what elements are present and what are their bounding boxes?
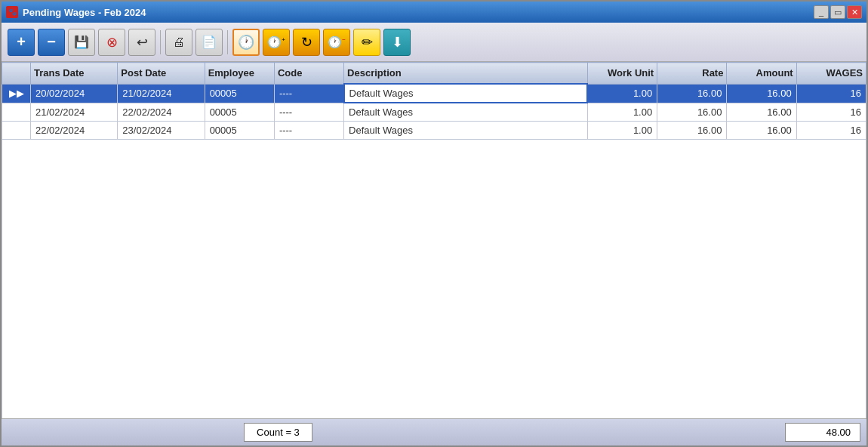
cell-amount: 16.00 [727,122,796,140]
plus-icon: + [17,33,26,51]
data-table: Trans Date Post Date Employee Code Descr… [2,62,866,140]
download-icon: ⬇ [392,34,403,51]
refresh-button[interactable]: ↻ [293,29,320,56]
cell-employee: 00005 [205,84,274,103]
clock-add-button[interactable]: 🕐+ [263,29,290,56]
cell-code: ---- [274,103,343,122]
edit-button[interactable]: ✏ [353,29,380,56]
cell-description: Default Wages [344,122,588,140]
download-button[interactable]: ⬇ [383,29,411,56]
col-header-indicator [2,63,31,85]
cell-wages: 16 [796,122,866,140]
main-area: Trans Date Post Date Employee Code Descr… [2,62,866,418]
maximize-button[interactable]: ▭ [830,5,845,19]
col-header-amount[interactable]: Amount [727,63,796,85]
col-header-wages[interactable]: WAGES [796,63,866,85]
col-header-employee[interactable]: Employee [205,63,274,85]
preview-icon: 📄 [202,35,217,49]
cell-indicator [2,103,31,122]
cell-trans_date: 20/02/2024 [31,84,118,103]
table-row[interactable]: 22/02/202423/02/202400005----Default Wag… [2,122,866,140]
empty-area [2,140,866,418]
cell-employee: 00005 [205,122,274,140]
cell-post_date: 22/02/2024 [118,103,205,122]
status-bar: Count = 3 48.00 [2,418,866,445]
cell-description: Default Wages [344,103,588,122]
cell-work_unit: 1.00 [587,84,657,103]
save-icon: 💾 [74,35,89,49]
clock-button[interactable]: 🕐 [232,29,260,56]
minimize-button[interactable]: _ [814,5,829,19]
col-header-description[interactable]: Description [344,63,588,85]
cell-amount: 16.00 [727,84,796,103]
clock-remove-icon: 🕐− [328,35,346,49]
cell-work_unit: 1.00 [587,103,657,122]
cancel-button[interactable]: ⊗ [98,29,125,56]
cell-indicator [2,122,31,140]
save-button[interactable]: 💾 [68,29,95,56]
cell-code: ---- [274,122,343,140]
app-icon: 🐾 [6,6,18,18]
title-bar: 🐾 Pending Wages - Feb 2024 _ ▭ ✕ [2,2,866,23]
toolbar: + − 💾 ⊗ ↩ 🖨 📄 🕐 🕐+ ↻ 🕐− [2,23,866,62]
cell-post_date: 23/02/2024 [118,122,205,140]
cell-employee: 00005 [205,103,274,122]
col-header-work-unit[interactable]: Work Unit [587,63,657,85]
print-button[interactable]: 🖨 [165,29,192,56]
remove-button[interactable]: − [38,29,65,56]
cancel-icon: ⊗ [106,34,118,51]
cell-code: ---- [274,84,343,103]
window-controls: _ ▭ ✕ [814,5,862,19]
edit-icon: ✏ [362,34,373,51]
cell-amount: 16.00 [727,103,796,122]
col-header-rate[interactable]: Rate [657,63,727,85]
cell-post_date: 21/02/2024 [118,84,205,103]
refresh-icon: ↻ [301,34,312,51]
minus-icon: − [47,33,56,51]
table-row[interactable]: 21/02/202422/02/202400005----Default Wag… [2,103,866,122]
table-row[interactable]: ▶20/02/202421/02/202400005----Default Wa… [2,84,866,103]
cell-rate: 16.00 [657,84,727,103]
total-display: 48.00 [785,423,860,442]
cell-wages: 16 [796,84,866,103]
print-icon: 🖨 [173,35,185,49]
count-display: Count = 3 [244,423,312,442]
table-header-row: Trans Date Post Date Employee Code Descr… [2,63,866,85]
clock-add-icon: 🕐+ [267,35,285,49]
cell-wages: 16 [796,103,866,122]
cell-trans_date: 21/02/2024 [31,103,118,122]
separator-1 [160,30,161,54]
back-button[interactable]: ↩ [128,29,155,56]
cell-indicator: ▶ [2,84,31,103]
add-button[interactable]: + [8,29,35,56]
clock-remove-button[interactable]: 🕐− [323,29,350,56]
cell-rate: 16.00 [657,103,727,122]
separator-2 [227,30,228,54]
cell-work_unit: 1.00 [587,122,657,140]
col-header-code[interactable]: Code [274,63,343,85]
col-header-trans-date[interactable]: Trans Date [31,63,118,85]
cell-description: Default Wages [344,84,588,103]
clock-icon: 🕐 [238,34,254,51]
cell-rate: 16.00 [657,122,727,140]
preview-button[interactable]: 📄 [195,29,223,56]
main-window: 🐾 Pending Wages - Feb 2024 _ ▭ ✕ + − 💾 ⊗… [0,0,868,447]
cell-trans_date: 22/02/2024 [31,122,118,140]
close-button[interactable]: ✕ [847,5,862,19]
window-title: Pending Wages - Feb 2024 [23,7,809,18]
col-header-post-date[interactable]: Post Date [118,63,205,85]
back-icon: ↩ [137,34,148,51]
